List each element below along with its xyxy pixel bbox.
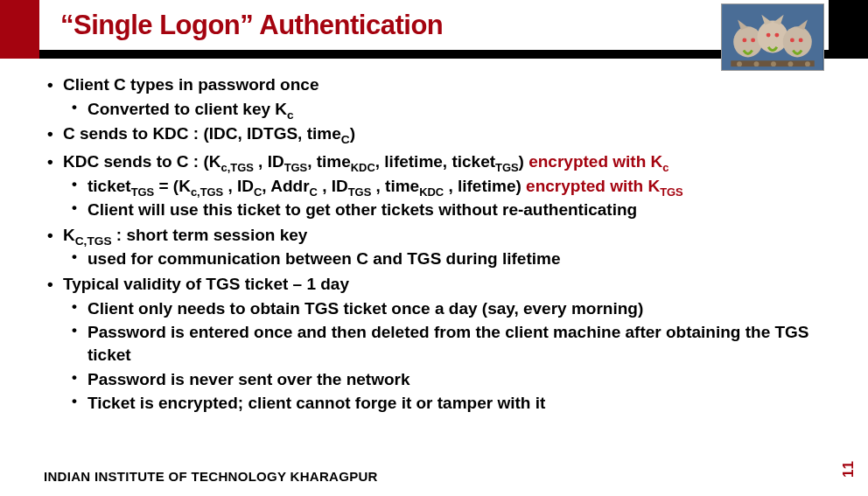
title-strip: “Single Logon” Authentication [39,0,829,50]
subscript: C [310,185,318,198]
subscript: TGS [348,185,372,198]
bullet-text: : short term session key [112,226,308,244]
footer-text: INDIAN INSTITUTE OF TECHNOLOGY KHARAGPUR [44,469,378,484]
bullet-item: KC,TGS : short term session key used for… [44,224,822,270]
svg-point-8 [790,38,794,42]
bullet-text: K [63,226,75,244]
subscript: C [254,185,262,198]
svg-point-5 [751,38,755,42]
bullet-text: used for communication between C and TGS… [88,249,561,268]
bullet-list: Client C types in password once Converte… [44,73,822,415]
subscript: KDC [351,161,375,174]
bullet-item: Converted to client key Kc [63,98,822,121]
subscript: TGS [284,161,308,174]
subscript: TGS [660,185,683,198]
bullet-text: , ID [254,152,284,171]
bullet-text: Converted to client key K [88,100,287,118]
subscript: C [341,133,350,146]
svg-point-11 [737,61,742,66]
svg-point-2 [757,21,788,53]
slide-title: “Single Logon” Authentication [60,10,443,41]
bullet-item: Ticket is encrypted; client cannot forge… [63,392,822,415]
svg-point-7 [774,33,779,38]
bullet-item: KDC sends to C : (Kc,TGS , IDTGS, timeKD… [44,150,822,221]
bullet-item: C sends to KDC : (IDC, IDTGS, timeC) [44,122,822,145]
bullet-text: Password is entered once and then delete… [88,323,809,364]
bullet-text: , lifetime, ticket [375,152,495,171]
cerberus-image [721,3,824,71]
bullet-text: Client will use this ticket to get other… [88,200,637,219]
svg-point-6 [766,33,771,38]
bullet-text: , time [307,152,351,171]
bullet-text: Client C types in password once [63,75,318,94]
subscript: c,TGS [221,161,254,174]
bullet-text: , ID [318,177,348,195]
subscript: TGS [495,161,519,174]
bullet-text: ticket [88,177,131,195]
bullet-item: used for communication between C and TGS… [63,248,822,270]
bullet-text: KDC sends to C : (K [63,152,221,171]
accent-block [0,0,39,59]
subscript: c,TGS [191,185,223,198]
content-area: Client C types in password once Converte… [44,73,822,417]
bullet-item: Client will use this ticket to get other… [63,199,822,221]
svg-point-4 [742,38,746,42]
bullet-text: C sends to KDC : (IDC, IDTGS, time [63,124,341,143]
bullet-text: ) [519,152,529,171]
bullet-item: Password is never sent over the network [63,368,822,391]
svg-point-12 [754,61,760,66]
subscript: C,TGS [75,234,112,248]
bullet-item: ticketTGS = (Kc,TGS , IDC, AddrC , IDTGS… [63,175,822,198]
svg-point-13 [771,61,776,66]
bullet-item: Client C types in password once Converte… [44,73,822,120]
subscript: TGS [131,185,155,198]
svg-point-15 [805,61,810,66]
subscript: KDC [419,185,444,198]
bullet-item: Client only needs to obtain TGS ticket o… [63,297,822,320]
bullet-text: , lifetime) [444,177,526,195]
bullet-text-red: encrypted with K [528,152,662,171]
bullet-item: Typical validity of TGS ticket – 1 day C… [44,273,822,415]
svg-point-14 [788,61,794,66]
bullet-text: Typical validity of TGS ticket – 1 day [63,275,349,293]
bullet-text: Ticket is encrypted; client cannot forge… [88,394,545,412]
subscript: c [287,108,294,121]
svg-point-9 [799,38,803,42]
bullet-text-red: encrypted with K [526,177,660,195]
cerberus-icon [722,4,823,70]
slide: “Single Logon” Authentication [0,0,868,496]
bullet-text: = (K [154,177,191,195]
bullet-text: , ID [223,177,254,195]
bullet-text: Password is never sent over the network [88,370,410,388]
bullet-text: , time [371,177,419,195]
bullet-text: Client only needs to obtain TGS ticket o… [88,299,643,318]
bullet-item: Password is entered once and then delete… [63,321,822,366]
bullet-text: ) [350,124,355,143]
subscript: c [662,161,668,174]
bullet-text: , Addr [262,177,309,195]
page-number: 11 [840,461,858,478]
